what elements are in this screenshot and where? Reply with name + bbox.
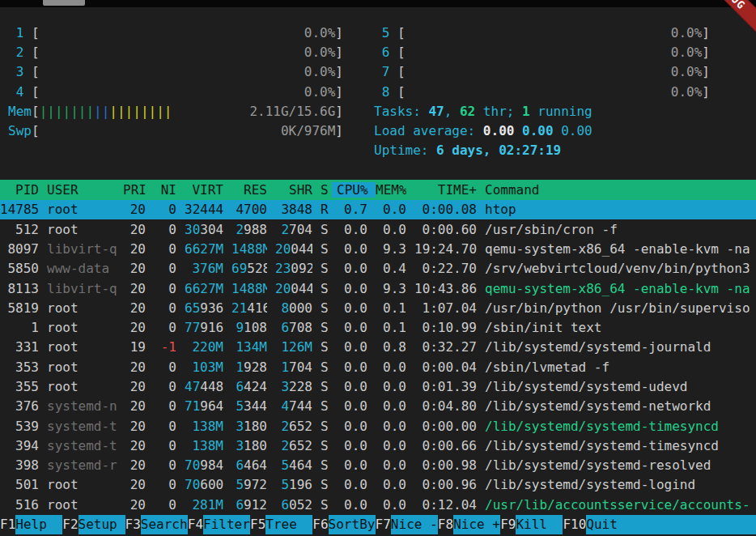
fkey-action-label: Quit — [586, 515, 756, 534]
meter-value: 0.0% — [304, 25, 336, 40]
cell-ni: 0 — [154, 300, 176, 316]
process-row-8113[interactable]: 8113libvirt-q2006627M1488M20044S0.09.310… — [0, 279, 756, 298]
process-row-516[interactable]: 516root200281M69126052S0.00.00:12.04/usr… — [0, 495, 756, 514]
process-row-394[interactable]: 394systemd-t200138M31802652S0.00.00:00.6… — [0, 436, 756, 455]
cell-ni: 0 — [154, 359, 176, 375]
cell-command: /usr/sbin/cron -f — [485, 222, 756, 237]
fkey-f3[interactable]: F3Search — [125, 515, 188, 534]
cell-command: /lib/systemd/systemd-journald — [485, 339, 756, 355]
process-row-5850[interactable]: 5850www-data200376M6952823092S0.00.40:22… — [0, 259, 756, 279]
tasks-line-segment: , — [444, 104, 460, 119]
mem-cache-bars: |||||||| — [109, 104, 172, 119]
column-header-res[interactable]: RES — [231, 182, 267, 198]
fkey-action-label: Nice + — [453, 515, 500, 534]
mem-meter-label: Mem — [8, 104, 32, 119]
cell-time: 19:24.70 — [414, 241, 477, 257]
cell-command: /usr/lib/accountsservice/accounts- — [485, 497, 756, 513]
debug-ribbon: DEBUG — [703, 0, 756, 53]
cell-res: 5972 — [231, 477, 267, 492]
fkey-f7[interactable]: F7Nice - — [376, 515, 438, 534]
cpu-meter-label: 6 — [374, 45, 397, 60]
swp-meter: Swp[0K/976M] — [8, 121, 343, 141]
process-row-5819[interactable]: 5819root20065936214168000S0.00.11:07.04/… — [0, 298, 756, 317]
cell-user: root — [47, 222, 123, 237]
column-header-command[interactable]: Command — [485, 182, 756, 198]
column-header-s[interactable]: S — [321, 182, 329, 198]
process-row-1[interactable]: 1root2007791691086708S0.00.10:10.99/sbin… — [0, 317, 756, 337]
process-row-501[interactable]: 501root2007060059725196S0.00.00:00.96/li… — [0, 475, 756, 495]
fkey-f4[interactable]: F4Filter — [188, 515, 250, 534]
fkey-key-label: F10 — [563, 515, 586, 534]
cpu-meter-1: 1[0.0%] — [8, 23, 343, 42]
fkey-f2[interactable]: F2Setup — [62, 515, 125, 534]
cell-command: /srv/webvirtcloud/venv/bin/python3 — [485, 261, 756, 276]
load-average-line-segment: 0.00 — [561, 123, 592, 138]
process-row-8097[interactable]: 8097libvirt-q2006627M1488M20044S0.09.319… — [0, 239, 756, 258]
column-header-shr[interactable]: SHR — [275, 182, 312, 198]
fkey-f10[interactable]: F10Quit — [563, 515, 756, 534]
cell-time: 0:00.96 — [414, 477, 477, 492]
htop-terminal: DEBUG 1[0.0%] 2[0.0%] 3[0.0%] 4[0.0%] 5[… — [0, 0, 756, 536]
cell-mem: 0.0 — [376, 477, 406, 492]
column-header-ni[interactable]: NI — [154, 182, 176, 198]
cell-cpu: 0.0 — [337, 339, 367, 355]
fkey-key-label: F1 — [0, 515, 15, 534]
process-row-539[interactable]: 539systemd-t200138M31802652S0.00.00:00.0… — [0, 416, 756, 436]
cell-s: S — [321, 438, 329, 453]
cell-shr: 20044 — [275, 241, 312, 257]
column-header-mem[interactable]: MEM% — [376, 182, 406, 198]
cell-cpu: 0.7 — [337, 202, 367, 217]
process-row-355[interactable]: 355root2004744864243228S0.00.00:01.39/li… — [0, 376, 756, 396]
cell-pri: 20 — [123, 438, 146, 453]
fkey-f6[interactable]: F6SortBy — [312, 515, 375, 534]
fkey-f1[interactable]: F1Help — [0, 515, 62, 534]
meter-value: 2.11G/15.6G — [249, 104, 335, 119]
cell-ni: 0 — [154, 261, 176, 276]
fkey-f9[interactable]: F9Kill — [500, 515, 563, 534]
cell-pri: 20 — [123, 320, 146, 335]
cell-pid: 539 — [0, 419, 39, 434]
meter-close-bracket: ] — [335, 104, 343, 119]
process-row-512[interactable]: 512root2003030429882704S0.00.00:00.60/us… — [0, 219, 756, 239]
cell-res: 9108 — [231, 320, 267, 335]
fkey-f8[interactable]: F8Nice + — [438, 515, 500, 534]
process-row-376[interactable]: 376systemd-n2007196453444744S0.00.00:04.… — [0, 397, 756, 416]
cpu-meter-label: 2 — [8, 45, 32, 60]
fkey-f5[interactable]: F5Tree — [250, 515, 312, 534]
meter-close-bracket: ] — [702, 64, 710, 79]
cell-pri: 20 — [123, 359, 146, 375]
process-row-14785[interactable]: 14785root2003244447003848R0.70.00:00.08h… — [0, 200, 756, 219]
cell-user: root — [47, 497, 123, 513]
cell-virt: 70600 — [185, 477, 223, 492]
fkey-action-label: Setup — [79, 515, 125, 534]
column-header-cpu[interactable]: CPU% — [332, 182, 376, 198]
cell-mem: 9.3 — [376, 241, 406, 257]
tasks-line-segment: Tasks: — [374, 104, 428, 119]
process-row-398[interactable]: 398systemd-r2007098464645464S0.00.00:00.… — [0, 456, 756, 475]
meter-open-bracket: [ — [32, 104, 40, 119]
cell-ni: 0 — [154, 222, 176, 237]
column-header-pri[interactable]: PRI — [123, 182, 146, 198]
cell-pri: 20 — [123, 281, 146, 296]
cell-virt: 138M — [185, 438, 223, 453]
fkey-key-label: F8 — [438, 515, 453, 534]
process-row-353[interactable]: 353root200103M19281704S0.00.00:00.04/sbi… — [0, 357, 756, 376]
cell-shr: 4744 — [275, 398, 312, 414]
column-header-user[interactable]: USER — [47, 182, 123, 198]
cell-shr: 20044 — [275, 281, 312, 296]
cell-shr: 2652 — [275, 419, 312, 434]
cell-res: 6424 — [231, 379, 267, 394]
cell-ni: 0 — [154, 438, 176, 453]
meter-open-bracket: [ — [32, 123, 40, 138]
cell-virt: 6627M — [185, 241, 223, 257]
tab-indicator — [43, 0, 85, 6]
cell-virt: 281M — [185, 497, 223, 513]
cell-ni: 0 — [154, 241, 176, 257]
cell-s: S — [321, 379, 329, 394]
column-header-time[interactable]: TIME+ — [414, 182, 477, 198]
column-header-virt[interactable]: VIRT — [185, 182, 223, 198]
column-header-pid[interactable]: PID — [0, 182, 39, 198]
process-row-331[interactable]: 331root19-1220M134M126MS0.00.80:32.27/li… — [0, 338, 756, 357]
cell-user: www-data — [47, 261, 123, 276]
cell-pri: 20 — [123, 379, 146, 394]
